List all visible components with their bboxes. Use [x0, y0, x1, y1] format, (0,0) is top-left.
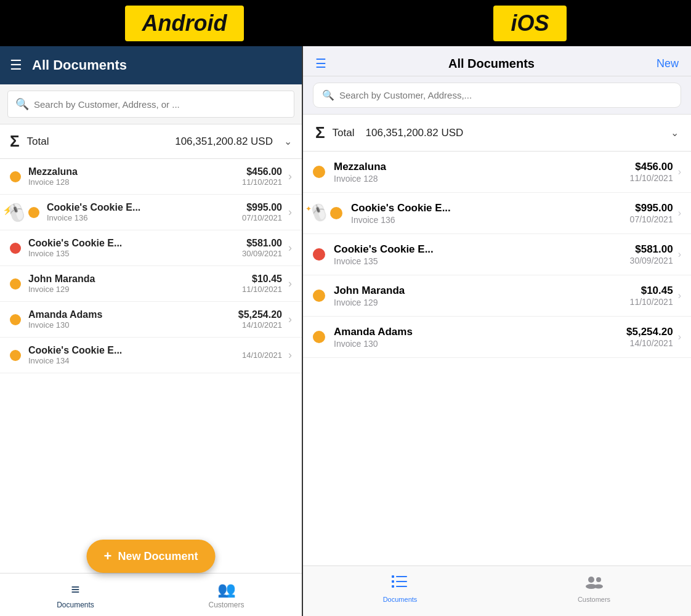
- list-item[interactable]: John Maranda Invoice 129 $10.45 11/10/20…: [0, 266, 302, 302]
- ios-amount: $995.00: [630, 202, 673, 214]
- ios-bottom-nav: Documents Customers: [303, 565, 691, 616]
- ios-chevron-right-icon: ›: [678, 208, 681, 219]
- ios-chevron-down-icon: ⌄: [671, 127, 679, 139]
- android-nav-customers[interactable]: 👥 Customers: [151, 573, 302, 616]
- ios-amount-col: $10.45 11/10/2021: [630, 285, 673, 307]
- ios-list-item[interactable]: John Maranda Invoice 129 $10.45 11/10/20…: [303, 275, 691, 317]
- item-date: 14/10/2021: [242, 351, 282, 360]
- ios-hamburger-icon[interactable]: ☰: [315, 56, 326, 71]
- nav-customers-label: Customers: [208, 601, 244, 609]
- item-amount-col: $10.45 11/10/2021: [242, 274, 282, 294]
- ios-status-dot-orange: [313, 166, 325, 178]
- svg-rect-4: [392, 585, 394, 588]
- ios-item-sub: Invoice 128: [334, 174, 630, 184]
- svg-point-9: [594, 585, 603, 589]
- item-info: Cookie's Cookie E... Invoice 134: [28, 345, 242, 365]
- item-amount-col: $456.00 11/10/2021: [242, 166, 282, 187]
- item-sub: Invoice 130: [28, 320, 238, 330]
- ios-sigma-icon: Σ: [315, 123, 325, 142]
- svg-rect-3: [396, 581, 407, 582]
- android-total-row[interactable]: Σ Total 106,351,200.82 USD ⌄: [0, 124, 302, 159]
- status-dot-red: [10, 243, 21, 254]
- ios-header: ☰ All Documents New: [303, 46, 691, 76]
- ios-status-dot-orange: [313, 331, 325, 343]
- item-amount-col: $5,254.20 14/10/2021: [238, 309, 282, 330]
- item-date: 07/10/2021: [242, 213, 282, 222]
- customers-icon: 👥: [217, 581, 236, 598]
- nav-documents-label: Documents: [57, 601, 94, 609]
- ios-new-button[interactable]: New: [657, 57, 679, 70]
- ios-item-sub: Invoice 136: [351, 215, 630, 225]
- ios-amount-col: $995.00 07/10/2021: [630, 202, 673, 224]
- ios-label: iOS: [511, 10, 549, 36]
- ios-amount-col: $581.00 30/09/2021: [630, 243, 673, 265]
- svg-rect-5: [396, 586, 407, 587]
- item-info: Cookie's Cookie E... Invoice 136: [47, 202, 242, 222]
- list-item[interactable]: Cookie's Cookie E... Invoice 135 $581.00…: [0, 230, 302, 266]
- list-item[interactable]: Cookie's Cookie E... Invoice 134 14/10/2…: [0, 338, 302, 373]
- chevron-right-icon: ›: [288, 313, 292, 326]
- android-bottom-nav: ≡ Documents 👥 Customers: [0, 573, 302, 616]
- ios-item-sub: Invoice 129: [334, 298, 630, 307]
- ios-item-sub: Invoice 135: [334, 256, 630, 266]
- android-search-bar[interactable]: 🔍: [7, 91, 294, 118]
- item-name: Amanda Adams: [28, 309, 238, 320]
- ios-nav-documents-label: Documents: [383, 596, 418, 603]
- list-item[interactable]: Mezzaluna Invoice 128 $456.00 11/10/2021…: [0, 159, 302, 195]
- item-amount: $995.00: [242, 202, 282, 213]
- ios-search-bar[interactable]: 🔍: [313, 83, 681, 108]
- android-nav-documents[interactable]: ≡ Documents: [0, 573, 151, 616]
- ios-nav-customers[interactable]: Customers: [497, 566, 691, 611]
- ios-list-item[interactable]: 🖱️ ✦ Cookie's Cookie E... Invoice 136 $9…: [303, 193, 691, 234]
- click-cursor-icon: 🖱️: [3, 199, 30, 225]
- android-label: Android: [142, 10, 227, 36]
- ios-item-info: Mezzaluna Invoice 128: [334, 160, 630, 184]
- ios-list: Mezzaluna Invoice 128 $456.00 11/10/2021…: [303, 152, 691, 565]
- item-name: John Maranda: [28, 274, 242, 285]
- ios-item-info: John Maranda Invoice 129: [334, 284, 630, 307]
- ios-chevron-right-icon: ›: [678, 290, 681, 301]
- ios-amount-col: $5,254.20 14/10/2021: [626, 326, 673, 348]
- android-total-amount: 106,351,200.82 USD: [175, 136, 273, 148]
- item-amount-col: 14/10/2021: [242, 351, 282, 360]
- item-amount-col: $581.00 30/09/2021: [242, 238, 282, 258]
- item-sub: Invoice 128: [28, 177, 242, 187]
- chevron-right-icon: ›: [288, 277, 292, 290]
- item-date: 14/10/2021: [238, 320, 282, 330]
- plus-icon: +: [104, 548, 112, 564]
- hamburger-icon[interactable]: ☰: [10, 57, 22, 73]
- ios-list-item[interactable]: Amanda Adams Invoice 130 $5,254.20 14/10…: [303, 317, 691, 358]
- android-search-input[interactable]: [34, 99, 286, 110]
- svg-rect-2: [392, 580, 394, 583]
- ios-search-input[interactable]: [339, 90, 672, 100]
- ios-nav-customers-label: Customers: [578, 596, 610, 603]
- ios-date: 11/10/2021: [630, 297, 673, 307]
- android-search-icon: 🔍: [15, 97, 29, 111]
- item-amount: $5,254.20: [238, 309, 282, 320]
- fab-label: New Document: [118, 550, 198, 563]
- chevron-right-icon: ›: [288, 170, 292, 183]
- ios-item-info: Cookie's Cookie E... Invoice 135: [334, 243, 630, 266]
- list-item[interactable]: Amanda Adams Invoice 130 $5,254.20 14/10…: [0, 302, 302, 338]
- ios-nav-documents[interactable]: Documents: [303, 566, 497, 611]
- ios-list-item[interactable]: Mezzaluna Invoice 128 $456.00 11/10/2021…: [303, 152, 691, 193]
- item-sub: Invoice 134: [28, 356, 242, 365]
- item-name: Cookie's Cookie E...: [28, 345, 242, 356]
- ios-panel: ☰ All Documents New 🔍 Σ Total 106,351,20…: [303, 46, 691, 616]
- item-amount: $456.00: [242, 166, 282, 177]
- ios-list-item[interactable]: Cookie's Cookie E... Invoice 135 $581.00…: [303, 234, 691, 275]
- ios-amount: $456.00: [630, 161, 673, 173]
- svg-rect-0: [392, 575, 394, 578]
- item-info: Mezzaluna Invoice 128: [28, 166, 242, 187]
- ios-date: 07/10/2021: [630, 214, 673, 224]
- ios-amount: $10.45: [630, 285, 673, 297]
- status-dot-orange: [10, 314, 21, 325]
- item-name: Mezzaluna: [28, 166, 242, 177]
- new-document-fab[interactable]: + New Document: [87, 540, 216, 573]
- ios-total-row[interactable]: Σ Total 106,351,200.82 USD ⌄: [303, 114, 691, 152]
- ios-search-icon: 🔍: [322, 89, 334, 101]
- list-item[interactable]: 🖱️ ⚡ Cookie's Cookie E... Invoice 136 $9…: [0, 195, 302, 230]
- chevron-right-icon: ›: [288, 206, 292, 219]
- item-sub: Invoice 136: [47, 213, 242, 222]
- ios-item-name: Mezzaluna: [334, 160, 630, 174]
